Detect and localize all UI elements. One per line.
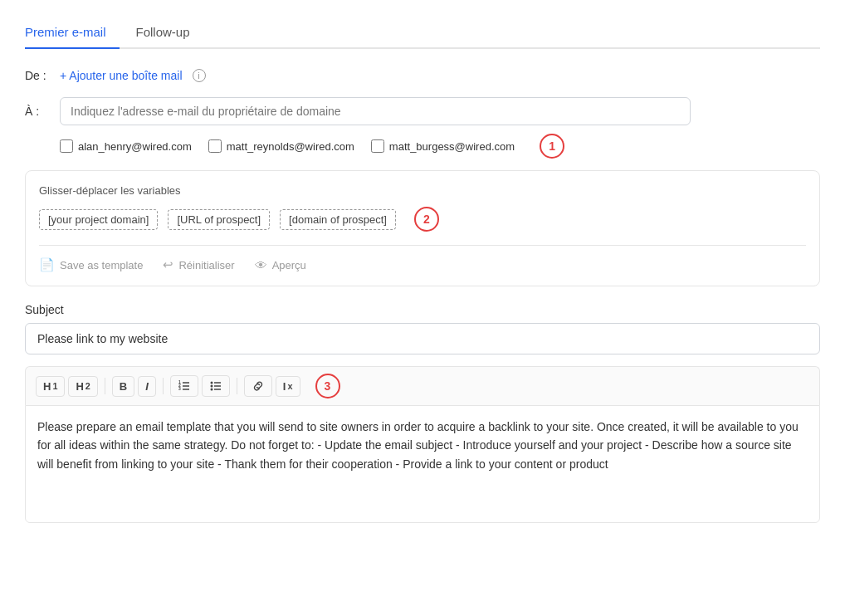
- variable-project-domain[interactable]: [your project domain]: [39, 209, 158, 230]
- apercu-button[interactable]: 👁 Aperçu: [255, 258, 306, 272]
- recipient-1-email: alan_henry@wired.com: [78, 140, 192, 153]
- toolbar-heading-group: H1 H2: [36, 376, 98, 397]
- svg-text:3: 3: [178, 386, 181, 391]
- drag-hint: Glisser-déplacer les variables: [39, 184, 806, 197]
- save-template-icon: 📄: [39, 257, 55, 272]
- editor-actions: 📄 Save as template ↩ Réinitialiser 👁 Ape…: [39, 257, 806, 272]
- h2-button[interactable]: H2: [68, 376, 97, 397]
- h1-button[interactable]: H1: [36, 376, 65, 397]
- badge-1: 1: [540, 134, 564, 159]
- de-row: De : + Ajouter une boîte mail i: [25, 69, 820, 82]
- save-template-label: Save as template: [60, 259, 143, 271]
- de-label: De :: [25, 69, 50, 82]
- link-button[interactable]: [244, 375, 272, 397]
- toolbar: H1 H2 B I 1 2 3: [25, 366, 820, 405]
- badge-2: 2: [414, 207, 439, 232]
- apercu-icon: 👁: [255, 258, 267, 272]
- reinitialiser-label: Réinitialiser: [178, 259, 234, 271]
- variables-row: [your project domain] [URL of prospect] …: [39, 207, 806, 232]
- italic-button[interactable]: I: [138, 376, 156, 397]
- body-textarea[interactable]: [25, 405, 820, 523]
- badge-3: 3: [315, 374, 340, 398]
- toolbar-list-group: 1 2 3: [170, 375, 230, 397]
- add-mailbox-button[interactable]: + Ajouter une boîte mail: [60, 69, 183, 82]
- info-icon[interactable]: i: [193, 69, 206, 82]
- tab-followup[interactable]: Follow-up: [136, 17, 203, 49]
- svg-point-10: [210, 385, 212, 388]
- variable-url-prospect[interactable]: [URL of prospect]: [168, 209, 270, 230]
- tab-bar: Premier e-mail Follow-up: [25, 17, 820, 49]
- divider: [39, 245, 806, 246]
- recipient-3-checkbox[interactable]: [371, 139, 384, 153]
- recipient-2-checkbox[interactable]: [208, 139, 222, 153]
- recipient-2-email: matt_reynolds@wired.com: [227, 140, 354, 153]
- toolbar-sep-1: [105, 378, 105, 394]
- svg-point-11: [210, 389, 212, 391]
- svg-point-9: [210, 382, 212, 384]
- reinitialiser-button[interactable]: ↩ Réinitialiser: [163, 257, 234, 272]
- to-container: À : alan_henry@wired.com matt_reynolds@w…: [25, 97, 820, 159]
- save-template-button[interactable]: 📄 Save as template: [39, 257, 143, 272]
- ordered-list-button[interactable]: 1 2 3: [170, 375, 198, 397]
- apercu-label: Aperçu: [272, 259, 306, 271]
- unordered-list-button[interactable]: [202, 375, 230, 397]
- editor-area: Glisser-déplacer les variables [your pro…: [25, 170, 820, 286]
- to-label: À :: [25, 105, 50, 118]
- recipient-3-email: matt_burgess@wired.com: [389, 140, 515, 153]
- subject-label: Subject: [25, 303, 820, 316]
- recipient-2: matt_reynolds@wired.com: [208, 139, 354, 153]
- variable-domain-prospect[interactable]: [domain of prospect]: [280, 209, 396, 230]
- subject-input[interactable]: [25, 323, 820, 354]
- toolbar-format-group: B I: [112, 376, 156, 397]
- recipients-row: alan_henry@wired.com matt_reynolds@wired…: [25, 134, 820, 159]
- clear-format-button[interactable]: Ix: [276, 376, 300, 397]
- recipient-1: alan_henry@wired.com: [60, 139, 192, 153]
- to-input[interactable]: [60, 97, 691, 125]
- toolbar-sep-3: [237, 378, 237, 394]
- recipient-3: matt_burgess@wired.com: [371, 139, 515, 153]
- bold-button[interactable]: B: [112, 376, 134, 397]
- reinitialiser-icon: ↩: [163, 257, 173, 272]
- tab-premier[interactable]: Premier e-mail: [25, 17, 120, 49]
- toolbar-sep-2: [163, 378, 164, 394]
- recipient-1-checkbox[interactable]: [60, 139, 73, 153]
